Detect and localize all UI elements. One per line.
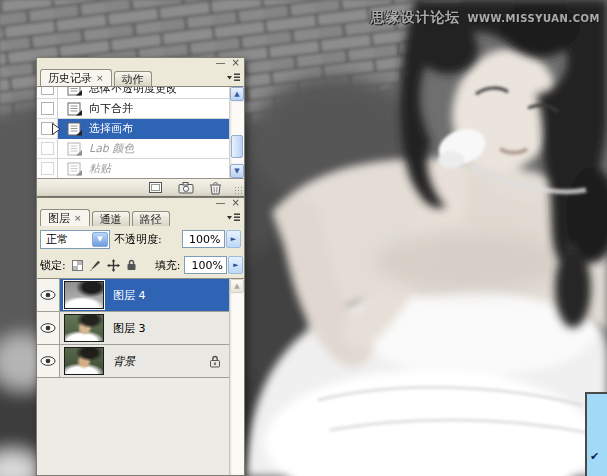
layer-row[interactable]: 图层 3 (37, 312, 229, 345)
opacity-slider-arrow-icon[interactable]: ► (226, 230, 241, 248)
new-snapshot-icon[interactable] (178, 181, 194, 194)
layers-tabbar: 图层 × 通道 路径 (37, 208, 244, 226)
lock-label: 锁定: (40, 258, 66, 273)
history-footer (37, 178, 244, 196)
layer-thumbnail[interactable] (64, 281, 104, 309)
scroll-down-icon[interactable]: ▼ (230, 164, 244, 178)
fill-label: 填充: (155, 258, 181, 273)
layer-name: 背景 (113, 354, 135, 369)
scrollbar-thumb[interactable] (231, 135, 243, 158)
history-state-icon (67, 142, 83, 156)
scroll-up-icon[interactable]: ▲ (230, 279, 244, 293)
history-source-checkbox[interactable] (41, 102, 54, 115)
history-state-row-undone[interactable]: 粘贴 (37, 159, 229, 178)
layer-name: 图层 4 (113, 288, 146, 303)
lock-transparency-icon[interactable] (72, 260, 83, 271)
visibility-eye-icon[interactable] (40, 356, 56, 366)
tab-actions-label: 动作 (122, 72, 144, 87)
layers-palette: — × 图层 × 通道 路径 正常 ▼ 不透明度: 100% ► 锁定: (36, 197, 245, 476)
history-state-row-undone[interactable]: Lab 颜色 (37, 139, 229, 159)
tab-paths[interactable]: 路径 (132, 211, 170, 226)
current-state-marker-icon[interactable] (52, 123, 61, 135)
tab-paths-label: 路径 (140, 212, 162, 227)
opacity-input[interactable]: 100% (182, 230, 225, 248)
lock-paint-icon[interactable] (89, 259, 101, 271)
close-icon[interactable]: × (232, 199, 240, 207)
history-palette-titlebar: — × (37, 58, 244, 68)
tab-close-icon[interactable]: × (74, 213, 82, 223)
blend-mode-value: 正常 (46, 232, 68, 247)
layer-thumbnail[interactable] (64, 347, 104, 375)
layer-name: 图层 3 (113, 321, 146, 336)
close-icon[interactable]: × (232, 59, 240, 67)
layers-palette-titlebar: — × (37, 198, 244, 208)
history-state-label: 向下合并 (89, 101, 133, 116)
tab-actions[interactable]: 动作 (114, 71, 152, 86)
history-state-icon (67, 162, 83, 176)
visibility-eye-icon[interactable] (40, 323, 56, 333)
layer-row-selected[interactable]: 图层 4 (37, 279, 229, 312)
fill-slider-arrow-icon[interactable]: ► (228, 256, 243, 274)
history-state-icon (67, 86, 83, 96)
chest-shading (375, 232, 565, 292)
visibility-eye-icon[interactable] (40, 290, 56, 300)
tab-history[interactable]: 历史记录 × (40, 69, 112, 86)
palette-menu-icon[interactable] (226, 212, 241, 223)
layers-list: 图层 4 图层 3 背景 (37, 278, 244, 475)
minimize-icon[interactable]: — (216, 59, 226, 67)
history-state-label: 粘贴 (89, 161, 111, 176)
history-state-row[interactable]: 总体不透明度更改 (37, 86, 229, 99)
history-state-label: 选择画布 (89, 121, 133, 136)
tab-layers[interactable]: 图层 × (40, 209, 90, 226)
opacity-label: 不透明度: (114, 232, 162, 247)
blend-opacity-row: 正常 ▼ 不透明度: 100% ► (37, 226, 244, 252)
layer-locked-icon (209, 355, 221, 368)
history-list: 总体不透明度更改 向下合并 (37, 86, 244, 178)
history-state-label: Lab 颜色 (89, 141, 134, 156)
tab-close-icon[interactable]: × (96, 73, 104, 83)
history-source-checkbox[interactable] (41, 86, 54, 95)
history-state-label: 总体不透明度更改 (89, 86, 177, 96)
dialog-fragment[interactable]: ✔ (585, 392, 607, 476)
lock-all-icon[interactable] (126, 259, 137, 271)
tab-channels-label: 通道 (100, 212, 122, 227)
blend-mode-select[interactable]: 正常 ▼ (40, 230, 110, 249)
scroll-up-icon[interactable]: ▲ (230, 87, 244, 101)
resize-grip[interactable] (234, 186, 243, 195)
layer-thumbnail[interactable] (64, 314, 104, 342)
history-palette: — × 历史记录 × 动作 总体不透明度更改 (36, 57, 245, 197)
fill-input[interactable]: 100% (184, 256, 227, 274)
history-state-icon (67, 122, 83, 136)
tab-channels[interactable]: 通道 (92, 211, 130, 226)
history-scrollbar[interactable]: ▲ ▼ (229, 87, 244, 178)
palette-menu-icon[interactable] (226, 72, 241, 83)
check-icon[interactable]: ✔ (590, 450, 599, 463)
new-document-from-state-icon[interactable] (148, 181, 163, 194)
lock-position-icon[interactable] (107, 259, 120, 272)
history-tabbar: 历史记录 × 动作 (37, 68, 244, 86)
watermark: 思缘设计论坛 WWW.MISSYUAN.COM (371, 9, 600, 27)
layers-scrollbar[interactable]: ▲ (229, 279, 244, 475)
layer-row-background[interactable]: 背景 (37, 345, 229, 378)
minimize-icon[interactable]: — (216, 199, 226, 207)
watermark-site-url: WWW.MISSYUAN.COM (468, 13, 600, 24)
history-state-row[interactable]: 向下合并 (37, 99, 229, 119)
lock-fill-row: 锁定: 填充: 100% ► (37, 252, 244, 278)
history-source-checkbox[interactable] (41, 142, 54, 155)
tab-layers-label: 图层 (48, 211, 70, 226)
chevron-down-icon[interactable]: ▼ (92, 232, 108, 247)
delete-icon[interactable] (209, 181, 222, 195)
history-state-icon (67, 102, 83, 116)
watermark-site-name: 思缘设计论坛 (371, 9, 461, 27)
history-state-row-selected[interactable]: 选择画布 (37, 119, 229, 139)
history-source-checkbox[interactable] (41, 162, 54, 175)
tab-history-label: 历史记录 (48, 71, 92, 86)
